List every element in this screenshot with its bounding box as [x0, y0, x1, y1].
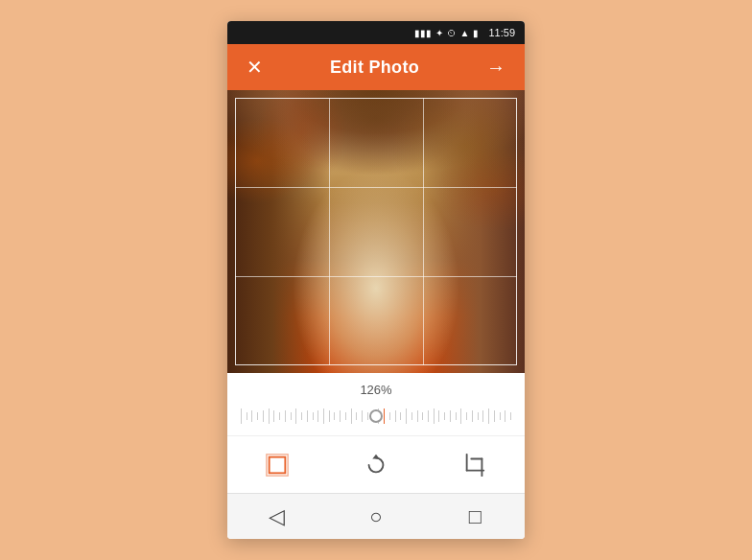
slider-track-container[interactable]: [227, 403, 525, 430]
recent-icon: □: [469, 504, 482, 529]
grid-line-horizontal-2: [235, 276, 517, 277]
crop-icon: [462, 453, 487, 478]
grid-line-horizontal-1: [235, 187, 517, 188]
svg-marker-2: [372, 454, 379, 458]
app-bar: ✕ Edit Photo →: [227, 44, 525, 90]
page-title: Edit Photo: [330, 58, 419, 78]
home-nav-button[interactable]: ○: [353, 494, 399, 540]
expand-tool-button[interactable]: [254, 442, 300, 488]
zoom-slider-area: 126%: [227, 373, 525, 435]
photo-canvas[interactable]: [227, 90, 525, 373]
slider-thumb[interactable]: [369, 409, 383, 423]
wifi-icon: ▲: [460, 28, 470, 38]
svg-rect-0: [269, 456, 285, 473]
status-time: 11:59: [488, 27, 515, 38]
grid-border: [235, 98, 517, 365]
zoom-label: 126%: [360, 383, 391, 397]
grid-line-vertical-2: [423, 98, 424, 365]
home-icon: ○: [369, 504, 382, 529]
close-button[interactable]: ✕: [243, 54, 267, 81]
navigation-bar: ◁ ○ □: [227, 493, 525, 539]
signal-icon: ▮▮▮: [414, 28, 432, 38]
phone-frame: ▮▮▮ ✦ ⏲ ▲ ▮ 11:59 ✕ Edit Photo → 126%: [227, 21, 525, 539]
back-icon: ◁: [269, 504, 285, 529]
rotate-tool-button[interactable]: [353, 442, 399, 488]
alarm-icon: ⏲: [447, 28, 457, 38]
status-bar: ▮▮▮ ✦ ⏲ ▲ ▮ 11:59: [227, 21, 525, 44]
crop-grid: [227, 90, 525, 373]
rotate-icon: [364, 453, 388, 478]
status-icons: ▮▮▮ ✦ ⏲ ▲ ▮ 11:59: [414, 27, 515, 38]
next-button[interactable]: →: [482, 54, 509, 81]
grid-line-vertical-1: [329, 98, 330, 365]
battery-icon: ▮: [473, 28, 479, 38]
recent-nav-button[interactable]: □: [452, 494, 498, 540]
bluetooth-icon: ✦: [435, 28, 443, 38]
back-nav-button[interactable]: ◁: [254, 494, 300, 540]
crop-tool-button[interactable]: [452, 442, 498, 488]
tools-bar: [227, 435, 525, 493]
expand-icon: [265, 453, 290, 478]
